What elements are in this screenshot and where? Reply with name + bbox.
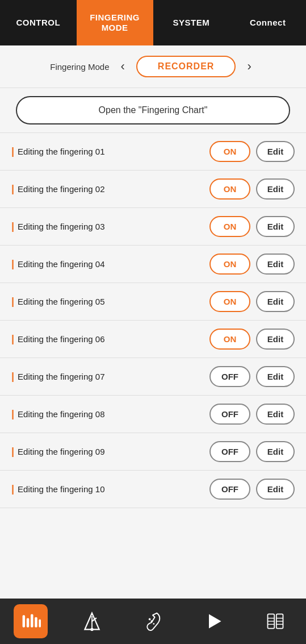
toggle-btn-7[interactable]: OFF	[209, 366, 250, 387]
fingering-marker-7: |	[11, 371, 14, 383]
edit-btn-4[interactable]: Edit	[256, 254, 295, 275]
fingering-controls-1: ON Edit	[209, 141, 295, 162]
svg-rect-3	[35, 617, 37, 628]
fingering-marker-3: |	[11, 221, 14, 232]
open-chart-row: Open the "Fingering Chart"	[0, 88, 306, 133]
edit-btn-7[interactable]: Edit	[256, 366, 295, 387]
fingering-row: | Editing the fingering 01 ON Edit	[0, 133, 306, 171]
fingering-row: | Editing the fingering 09 OFF Edit	[0, 433, 306, 471]
fingering-row: | Editing the fingering 04 ON Edit	[0, 246, 306, 283]
fingering-row: | Editing the fingering 05 ON Edit	[0, 283, 306, 321]
fingering-text-10: Editing the fingering 10	[18, 484, 104, 494]
svg-point-8	[90, 628, 93, 631]
fingering-text-4: Editing the fingering 04	[18, 259, 104, 269]
bottom-nav-play[interactable]	[197, 604, 231, 638]
fingering-row: | Editing the fingering 03 ON Edit	[0, 208, 306, 246]
main-content: Fingering Mode ‹ RECORDER › Open the "Fi…	[0, 45, 306, 599]
nav-system[interactable]: SYSTEM	[153, 0, 230, 45]
mixer-icon	[20, 611, 41, 631]
bottom-nav-mixer[interactable]	[14, 604, 48, 638]
fingering-list: | Editing the fingering 01 ON Edit | Edi…	[0, 133, 306, 508]
edit-btn-9[interactable]: Edit	[256, 441, 295, 462]
svg-rect-2	[31, 614, 33, 627]
book-icon	[265, 611, 286, 631]
prev-mode-button[interactable]: ‹	[116, 57, 129, 76]
fingering-marker-9: |	[11, 446, 14, 458]
fingering-marker-10: |	[11, 483, 14, 495]
edit-btn-8[interactable]: Edit	[256, 404, 295, 425]
next-mode-button[interactable]: ›	[242, 57, 255, 76]
play-icon	[204, 611, 224, 631]
fingering-row: | Editing the fingering 02 ON Edit	[0, 171, 306, 208]
fingering-row: | Editing the fingering 08 OFF Edit	[0, 396, 306, 433]
fingering-mode-label: Fingering Mode	[50, 62, 109, 72]
fingering-text-3: Editing the fingering 03	[18, 222, 104, 231]
svg-rect-1	[27, 618, 30, 628]
fingering-controls-4: ON Edit	[209, 254, 295, 275]
fingering-mode-row: Fingering Mode ‹ RECORDER ›	[0, 45, 306, 88]
fingering-label-1: | Editing the fingering 01	[11, 146, 209, 157]
fingering-row: | Editing the fingering 10 OFF Edit	[0, 471, 306, 508]
toggle-btn-6[interactable]: ON	[209, 329, 250, 350]
fingering-text-5: Editing the fingering 05	[18, 297, 104, 306]
fingering-label-3: | Editing the fingering 03	[11, 221, 209, 232]
svg-rect-0	[22, 615, 25, 628]
fingering-label-2: | Editing the fingering 02	[11, 183, 209, 195]
fingering-marker-8: |	[11, 408, 14, 420]
top-nav: CONTROL FINGERING MODE SYSTEM Connect	[0, 0, 306, 45]
svg-point-9	[149, 618, 151, 621]
toggle-btn-10[interactable]: OFF	[209, 479, 250, 500]
toggle-btn-5[interactable]: ON	[209, 291, 250, 312]
fingering-controls-3: ON Edit	[209, 216, 295, 237]
bottom-nav-book[interactable]	[258, 604, 292, 638]
bottom-nav	[0, 599, 306, 644]
metronome-icon	[82, 611, 102, 631]
edit-btn-5[interactable]: Edit	[256, 291, 295, 312]
edit-btn-6[interactable]: Edit	[256, 329, 295, 350]
fingering-marker-4: |	[11, 258, 14, 270]
nav-connect[interactable]: Connect	[229, 0, 306, 45]
edit-btn-10[interactable]: Edit	[256, 479, 295, 500]
fingering-label-7: | Editing the fingering 07	[11, 371, 209, 383]
toggle-btn-1[interactable]: ON	[209, 141, 250, 162]
mode-pill: RECORDER	[136, 56, 236, 77]
fingering-marker-5: |	[11, 296, 14, 308]
fingering-controls-7: OFF Edit	[209, 366, 295, 387]
fingering-text-1: Editing the fingering 01	[18, 147, 104, 156]
saxophone-icon	[142, 611, 163, 631]
toggle-btn-9[interactable]: OFF	[209, 441, 250, 462]
svg-rect-4	[39, 619, 41, 627]
bottom-nav-metronome[interactable]	[75, 604, 109, 638]
fingering-controls-9: OFF Edit	[209, 441, 295, 462]
fingering-row: | Editing the fingering 06 ON Edit	[0, 321, 306, 358]
fingering-label-4: | Editing the fingering 04	[11, 258, 209, 270]
fingering-controls-8: OFF Edit	[209, 404, 295, 425]
edit-btn-3[interactable]: Edit	[256, 216, 295, 237]
svg-point-10	[151, 620, 153, 622]
nav-control[interactable]: CONTROL	[0, 0, 77, 45]
bottom-nav-saxophone[interactable]	[136, 604, 170, 638]
toggle-btn-3[interactable]: ON	[209, 216, 250, 237]
fingering-text-9: Editing the fingering 09	[18, 447, 104, 456]
toggle-btn-2[interactable]: ON	[209, 178, 250, 200]
fingering-controls-5: ON Edit	[209, 291, 295, 312]
toggle-btn-8[interactable]: OFF	[209, 404, 250, 425]
fingering-text-7: Editing the fingering 07	[18, 372, 104, 381]
fingering-controls-6: ON Edit	[209, 329, 295, 350]
fingering-controls-2: ON Edit	[209, 178, 295, 200]
fingering-text-2: Editing the fingering 02	[18, 184, 104, 194]
fingering-label-6: | Editing the fingering 06	[11, 333, 209, 345]
fingering-label-10: | Editing the fingering 10	[11, 483, 209, 495]
fingering-controls-10: OFF Edit	[209, 479, 295, 500]
edit-btn-2[interactable]: Edit	[256, 178, 295, 200]
fingering-label-9: | Editing the fingering 09	[11, 446, 209, 458]
svg-point-11	[153, 623, 155, 625]
fingering-row: | Editing the fingering 07 OFF Edit	[0, 358, 306, 396]
edit-btn-1[interactable]: Edit	[256, 141, 295, 162]
fingering-label-8: | Editing the fingering 08	[11, 408, 209, 420]
open-chart-button[interactable]: Open the "Fingering Chart"	[16, 96, 290, 124]
fingering-marker-1: |	[11, 146, 14, 157]
nav-fingering-mode[interactable]: FINGERING MODE	[77, 0, 153, 45]
svg-marker-12	[209, 614, 221, 628]
toggle-btn-4[interactable]: ON	[209, 254, 250, 275]
